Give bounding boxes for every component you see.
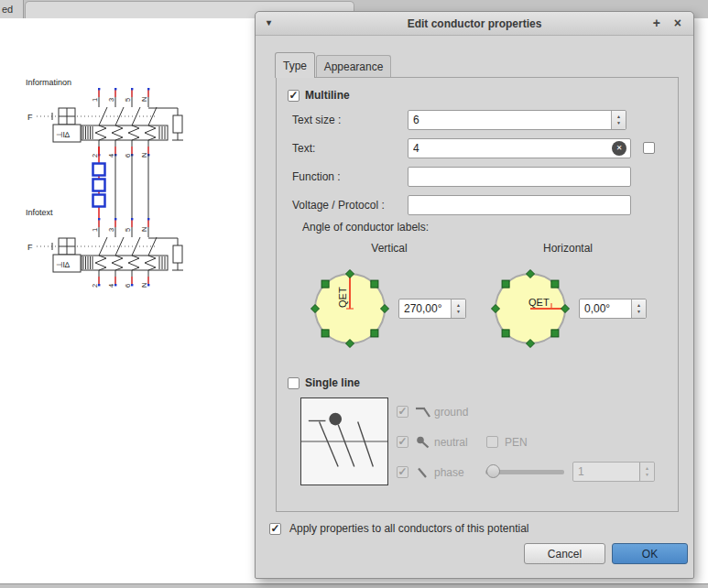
- horizontal-angle-spinbox[interactable]: 0,00° ▲ ▼: [579, 299, 647, 319]
- vertical-angle-dial[interactable]: QET: [309, 267, 391, 350]
- diagram-tab-label: ed: [2, 4, 13, 15]
- device-label-2: ⊣I∆: [56, 260, 71, 269]
- text-size-spinbox[interactable]: 6 ▲ ▼: [408, 110, 626, 130]
- conductor-handle: [93, 195, 105, 207]
- svg-text:1: 1: [91, 228, 99, 232]
- phase-checkbox: ✓: [397, 466, 408, 478]
- horizontal-angle-dial[interactable]: QET: [489, 267, 572, 350]
- shade-icon[interactable]: ▾: [267, 17, 271, 27]
- spin-up-icon[interactable]: ▲: [456, 303, 461, 308]
- single-line-label: Single line: [305, 376, 360, 389]
- ground-icon: [415, 407, 431, 419]
- svg-text:N: N: [140, 283, 148, 288]
- text-input[interactable]: 4 ✕: [408, 138, 631, 158]
- svg-text:6: 6: [124, 154, 132, 158]
- spin-down-icon[interactable]: ▼: [637, 310, 641, 314]
- check-icon: ✓: [398, 467, 407, 476]
- conductor-handle: [93, 180, 105, 191]
- function-label: Function :: [292, 170, 341, 183]
- neutral-icon: [416, 436, 430, 449]
- text-extra-checkbox[interactable]: [643, 142, 655, 154]
- function-input[interactable]: [408, 167, 631, 187]
- spin-down-icon[interactable]: ▼: [616, 121, 621, 125]
- close-icon[interactable]: ×: [674, 16, 681, 30]
- svg-text:3: 3: [107, 98, 115, 102]
- ground-label: ground: [434, 406, 468, 419]
- maximize-icon[interactable]: +: [653, 16, 660, 30]
- spin-buttons: ▲ ▼: [639, 463, 654, 481]
- edit-conductor-dialog: ▾ Edit conductor properties + × Type App…: [255, 11, 694, 579]
- vertical-angle-spinbox[interactable]: 270,00° ▲ ▼: [398, 299, 466, 319]
- f-label-1: F: [27, 113, 33, 122]
- block1-title: Informatinon: [26, 78, 71, 87]
- cancel-button[interactable]: Cancel: [524, 543, 605, 564]
- neutral-checkbox: ✓: [397, 436, 408, 448]
- tab-type[interactable]: Type: [275, 52, 315, 78]
- dial-preview-text: QET: [528, 297, 550, 308]
- check-icon: ✓: [398, 437, 407, 446]
- spin-up-icon[interactable]: ▲: [637, 303, 641, 308]
- phase-label: phase: [434, 466, 464, 479]
- svg-text:6: 6: [124, 284, 132, 288]
- single-line-checkbox[interactable]: [288, 377, 300, 389]
- conductor-handle: [93, 164, 105, 176]
- svg-text:1: 1: [91, 98, 99, 102]
- conductors[interactable]: [115, 154, 148, 220]
- svg-text:3: 3: [107, 228, 115, 232]
- check-icon: ✓: [270, 524, 279, 533]
- f-label-2: F: [27, 243, 33, 252]
- dialog-title: Edit conductor properties: [408, 17, 542, 30]
- text-label: Text:: [292, 142, 315, 155]
- svg-text:4: 4: [107, 284, 115, 288]
- type-tab-pane: ✓ Multiline Text size : 6 ▲ ▼ Text: 4 ✕ …: [276, 77, 679, 512]
- pen-checkbox: [486, 436, 498, 448]
- apply-all-checkbox[interactable]: ✓: [269, 523, 281, 535]
- ground-checkbox: ✓: [397, 406, 408, 418]
- multiline-checkbox[interactable]: ✓: [288, 90, 300, 102]
- spin-down-icon: ▼: [645, 473, 649, 477]
- svg-text:4: 4: [107, 154, 115, 158]
- svg-text:2: 2: [91, 284, 99, 288]
- device-label-1: ⊣I∆: [56, 130, 71, 139]
- svg-text:N: N: [140, 153, 148, 158]
- spin-up-icon[interactable]: ▲: [616, 114, 621, 119]
- voltage-protocol-input[interactable]: [408, 195, 631, 215]
- tab-appearance[interactable]: Appearance: [316, 55, 391, 78]
- voltage-protocol-label: Voltage / Protocol :: [292, 199, 385, 212]
- check-icon: ✓: [398, 407, 407, 416]
- spin-down-icon[interactable]: ▼: [456, 310, 461, 314]
- spin-buttons[interactable]: ▲ ▼: [631, 299, 646, 318]
- pen-label: PEN: [505, 436, 528, 449]
- phase-slider-handle: [486, 464, 500, 478]
- dialog-titlebar[interactable]: ▾ Edit conductor properties + ×: [256, 12, 693, 36]
- vertical-label: Vertical: [353, 242, 426, 255]
- svg-text:N: N: [140, 97, 148, 102]
- dial-preview-text: QET: [337, 287, 348, 308]
- check-icon: ✓: [289, 91, 298, 100]
- svg-text:2: 2: [91, 154, 99, 158]
- neutral-label: neutral: [434, 436, 468, 449]
- diagram-tab[interactable]: ed: [0, 0, 24, 18]
- spin-up-icon: ▲: [645, 466, 649, 471]
- schematic-drawing: Informatinon F ⊣I∆ 1 3 5 N 2 4 6 N: [0, 18, 256, 348]
- text-size-label: Text size :: [292, 114, 341, 126]
- ok-button[interactable]: OK: [612, 543, 688, 564]
- phase-icon: [417, 467, 430, 479]
- clear-text-icon[interactable]: ✕: [612, 141, 626, 156]
- block2-title: Infotext: [26, 208, 53, 217]
- spin-buttons[interactable]: ▲ ▼: [611, 111, 626, 129]
- svg-text:5: 5: [124, 98, 132, 102]
- svg-text:5: 5: [124, 228, 132, 232]
- spin-buttons[interactable]: ▲ ▼: [451, 299, 465, 318]
- breaker-symbol-2[interactable]: Infotext F ⊣I∆ 1 3 5 N 2 4 6 N: [26, 208, 183, 288]
- angle-heading: Angle of conductor labels:: [302, 221, 429, 234]
- horizontal-label: Horizontal: [531, 242, 605, 255]
- multiline-label: Multiline: [305, 89, 350, 102]
- single-line-preview: [300, 397, 388, 485]
- breaker-symbol-1[interactable]: Informatinon F ⊣I∆ 1 3 5 N 2 4 6 N: [26, 78, 183, 158]
- svg-text:N: N: [140, 227, 148, 232]
- window-bottom-edge: [0, 583, 708, 588]
- phase-count-spinbox: 1 ▲ ▼: [572, 462, 655, 482]
- apply-all-label: Apply properties to all conductors of th…: [289, 522, 528, 535]
